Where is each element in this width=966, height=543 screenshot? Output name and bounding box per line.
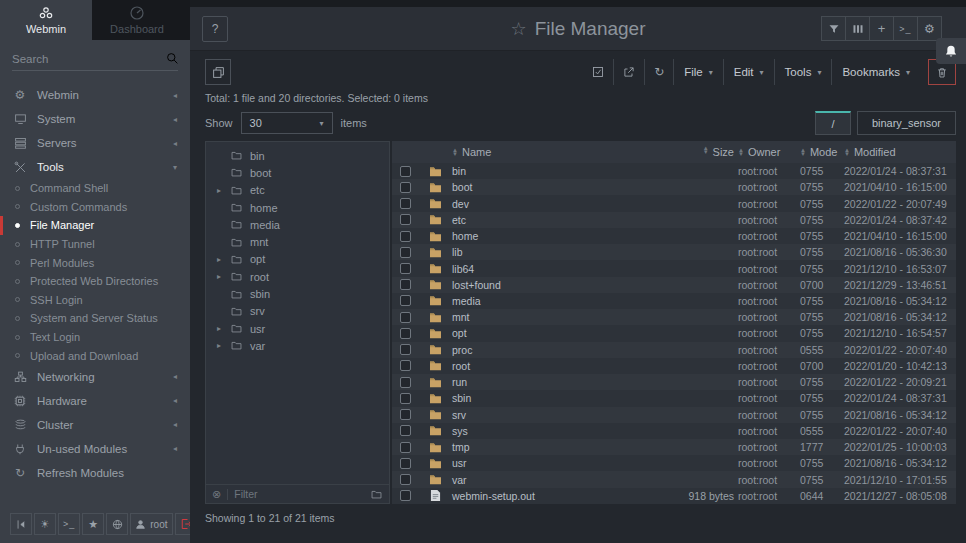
help-button[interactable]: ? bbox=[202, 16, 228, 42]
expand-arrow-icon[interactable]: ▸ bbox=[215, 324, 223, 333]
file-row-srv[interactable]: srvroot:root07552021/08/16 - 05:34:12 bbox=[392, 407, 956, 423]
sidebar-item-hardware[interactable]: Hardware◂ bbox=[0, 389, 190, 413]
tree-item-media[interactable]: media bbox=[206, 216, 389, 233]
file-row-usr[interactable]: usrroot:root07552021/08/16 - 05:34:12 bbox=[392, 455, 956, 471]
collapse-button[interactable] bbox=[10, 513, 32, 535]
breadcrumb-root-button[interactable]: / bbox=[815, 111, 851, 135]
sidebar-item-networking[interactable]: Networking◂ bbox=[0, 365, 190, 389]
sidebar-item-cluster[interactable]: Cluster◂ bbox=[0, 413, 190, 437]
copy-path-button[interactable] bbox=[205, 59, 231, 85]
sidebar-item-system[interactable]: System◂ bbox=[0, 107, 190, 131]
row-checkbox[interactable] bbox=[400, 166, 411, 177]
tree-item-srv[interactable]: srv bbox=[206, 303, 389, 320]
row-checkbox[interactable] bbox=[400, 328, 411, 339]
sidebar-item-servers[interactable]: Servers◂ bbox=[0, 131, 190, 155]
column-header-owner[interactable]: ▲▼Owner bbox=[738, 146, 800, 158]
tree-item-home[interactable]: home bbox=[206, 199, 389, 216]
file-row-sys[interactable]: sysroot:root05552022/01/22 - 20:07:40 bbox=[392, 423, 956, 439]
sidebar-item-text-login[interactable]: Text Login bbox=[0, 328, 190, 347]
row-checkbox[interactable] bbox=[400, 279, 411, 290]
tab-dashboard[interactable]: Dashboard bbox=[92, 0, 182, 40]
file-row-sbin[interactable]: sbinroot:root07552022/01/24 - 08:37:31 bbox=[392, 390, 956, 406]
terminal-button[interactable]: >_ bbox=[58, 513, 80, 535]
sidebar-item-upload-and-download[interactable]: Upload and Download bbox=[0, 346, 190, 365]
file-row-root[interactable]: rootroot:root07002022/01/20 - 10:42:13 bbox=[392, 358, 956, 374]
refresh-button[interactable]: ↻ bbox=[644, 59, 673, 85]
search-input[interactable] bbox=[12, 53, 166, 65]
tree-item-etc[interactable]: ▸etc bbox=[206, 182, 389, 199]
globe-button[interactable] bbox=[106, 513, 128, 535]
sidebar-item-un-used-modules[interactable]: Un-used Modules◂ bbox=[0, 437, 190, 461]
select-all-button[interactable] bbox=[583, 59, 613, 85]
row-checkbox[interactable] bbox=[400, 182, 411, 193]
sort-icon[interactable]: ▲▼ bbox=[800, 148, 806, 156]
sidebar-item-tools[interactable]: Tools▾ bbox=[0, 155, 190, 179]
sort-icon[interactable]: ▲▼ bbox=[703, 146, 709, 158]
tree-item-opt[interactable]: ▸opt bbox=[206, 251, 389, 268]
row-checkbox[interactable] bbox=[400, 474, 411, 485]
file-row-opt[interactable]: optroot:root07552021/12/10 - 16:54:57 bbox=[392, 325, 956, 341]
export-button[interactable] bbox=[613, 59, 644, 85]
row-checkbox[interactable] bbox=[400, 312, 411, 323]
row-checkbox[interactable] bbox=[400, 231, 411, 242]
menu-bookmarks[interactable]: Bookmarks▾ bbox=[831, 59, 920, 85]
file-row-etc[interactable]: etcroot:root07552022/01/24 - 08:37:42 bbox=[392, 212, 956, 228]
file-row-home[interactable]: homeroot:root07552021/04/10 - 16:15:00 bbox=[392, 228, 956, 244]
expand-arrow-icon[interactable]: ▸ bbox=[215, 341, 223, 350]
sidebar-item-perl-modules[interactable]: Perl Modules bbox=[0, 253, 190, 272]
page-size-select[interactable]: 30 ▾ bbox=[241, 112, 333, 134]
file-row-dev[interactable]: devroot:root07552022/01/22 - 20:07:49 bbox=[392, 195, 956, 211]
column-header-name[interactable]: ▲▼Name bbox=[452, 146, 652, 158]
tree-item-sbin[interactable]: sbin bbox=[206, 285, 389, 302]
columns-button[interactable] bbox=[845, 16, 870, 41]
row-checkbox[interactable] bbox=[400, 247, 411, 258]
favorite-star-icon[interactable]: ☆ bbox=[510, 18, 526, 40]
folder-icon[interactable] bbox=[370, 489, 383, 500]
row-checkbox[interactable] bbox=[400, 490, 411, 501]
file-row-bin[interactable]: binroot:root07552022/01/24 - 08:37:31 bbox=[392, 163, 956, 179]
row-checkbox[interactable] bbox=[400, 295, 411, 306]
sidebar-item-command-shell[interactable]: Command Shell bbox=[0, 179, 190, 198]
sort-icon[interactable]: ▲▼ bbox=[738, 148, 744, 156]
row-checkbox[interactable] bbox=[400, 198, 411, 209]
tree-item-bin[interactable]: bin bbox=[206, 147, 389, 164]
notifications-bell[interactable] bbox=[936, 38, 966, 64]
column-header-modified[interactable]: ▲▼Modified bbox=[844, 146, 956, 158]
row-checkbox[interactable] bbox=[400, 409, 411, 420]
row-checkbox[interactable] bbox=[400, 344, 411, 355]
sun-button[interactable]: ☀ bbox=[34, 513, 56, 535]
menu-edit[interactable]: Edit▾ bbox=[723, 59, 774, 85]
filter-button[interactable] bbox=[821, 16, 846, 41]
file-row-lib64[interactable]: lib64root:root07552021/12/10 - 16:53:07 bbox=[392, 260, 956, 276]
plus-button[interactable]: + bbox=[869, 16, 894, 41]
row-checkbox[interactable] bbox=[400, 377, 411, 388]
file-row-run[interactable]: runroot:root07552022/01/22 - 20:09:21 bbox=[392, 374, 956, 390]
file-row-media[interactable]: mediaroot:root07552021/08/16 - 05:34:12 bbox=[392, 293, 956, 309]
tab-webmin[interactable]: Webmin bbox=[0, 0, 92, 40]
tree-item-var[interactable]: ▸var bbox=[206, 337, 389, 354]
file-row-boot[interactable]: bootroot:root07552021/04/10 - 16:15:00 bbox=[392, 179, 956, 195]
row-checkbox[interactable] bbox=[400, 442, 411, 453]
clear-filter-icon[interactable]: ⊗ bbox=[212, 488, 221, 501]
menu-tools[interactable]: Tools▾ bbox=[774, 59, 832, 85]
file-row-mnt[interactable]: mntroot:root07552021/08/16 - 05:34:12 bbox=[392, 309, 956, 325]
expand-arrow-icon[interactable]: ▸ bbox=[215, 186, 223, 195]
row-checkbox[interactable] bbox=[400, 360, 411, 371]
expand-arrow-icon[interactable]: ▸ bbox=[215, 272, 223, 281]
file-row-tmp[interactable]: tmproot:root17772022/01/25 - 10:00:03 bbox=[392, 439, 956, 455]
sidebar-item-refresh-modules[interactable]: ↻Refresh Modules bbox=[0, 461, 190, 485]
file-row-lost+found[interactable]: lost+foundroot:root07002021/12/29 - 13:4… bbox=[392, 277, 956, 293]
file-row-webmin-setup.out[interactable]: webmin-setup.out918 bytesroot:root064420… bbox=[392, 488, 956, 504]
search-icon[interactable] bbox=[166, 52, 179, 65]
sidebar-item-protected-web-directories[interactable]: Protected Web Directories bbox=[0, 272, 190, 291]
user-button[interactable]: root bbox=[130, 513, 172, 535]
star-button[interactable]: ★ bbox=[82, 513, 104, 535]
file-row-var[interactable]: varroot:root07552021/12/10 - 17:01:55 bbox=[392, 471, 956, 487]
row-checkbox[interactable] bbox=[400, 425, 411, 436]
tree-item-usr[interactable]: ▸usr bbox=[206, 320, 389, 337]
sort-icon[interactable]: ▲▼ bbox=[452, 148, 458, 156]
tree-filter-input[interactable] bbox=[234, 488, 364, 500]
row-checkbox[interactable] bbox=[400, 393, 411, 404]
file-row-proc[interactable]: procroot:root05552022/01/22 - 20:07:40 bbox=[392, 342, 956, 358]
tree-item-boot[interactable]: boot bbox=[206, 164, 389, 181]
